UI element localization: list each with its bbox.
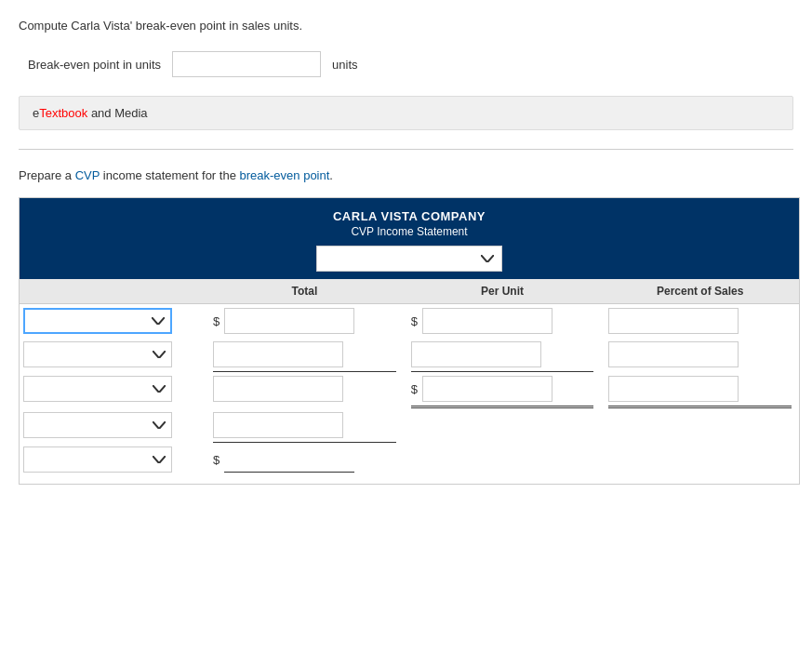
table-row-2 — [20, 338, 799, 371]
row-4-label[interactable] — [20, 412, 206, 438]
etextbook-text: eTextbook and Media — [33, 106, 148, 120]
row-2-total-cell — [206, 341, 404, 367]
row-1-percent-cell — [601, 308, 799, 334]
row-1-per-unit-dollar: $ — [411, 314, 420, 328]
cvp-table: CARLA VISTA COMPANY CVP Income Statement… — [19, 197, 800, 485]
row-3-dropdown[interactable] — [23, 376, 172, 402]
row-2-per-unit-cell — [404, 341, 602, 367]
column-headers: Total Per Unit Percent of Sales — [20, 279, 799, 304]
row-1-per-unit-cell: $ — [404, 308, 602, 334]
row-5-dropdown[interactable] — [23, 446, 172, 473]
textbook-red: Textbook — [39, 106, 87, 120]
row-1-dropdown[interactable] — [23, 308, 172, 334]
row-5-label[interactable] — [20, 446, 206, 473]
row-4-total-cell — [206, 412, 404, 438]
row-4-total-input[interactable] — [213, 412, 343, 438]
row-5-total-cell: $ — [206, 446, 404, 473]
section-divider — [19, 149, 793, 150]
col-header-label — [20, 285, 206, 298]
statement-name: CVP Income Statement — [27, 225, 792, 238]
row-1-percent-input[interactable] — [608, 308, 739, 334]
instruction1: Compute Carla Vista' break-even point in… — [19, 19, 793, 33]
row-2-label[interactable] — [20, 341, 206, 367]
table-row-5: $ — [20, 443, 799, 476]
separator-3 — [20, 442, 799, 443]
row-1-total-input[interactable] — [224, 308, 354, 334]
col-header-per-unit: Per Unit — [404, 285, 602, 298]
header-dropdown-wrap[interactable] — [27, 246, 792, 272]
row-5-total-input[interactable] — [224, 446, 354, 473]
row-1-per-unit-input[interactable] — [422, 308, 552, 334]
row-2-dropdown[interactable] — [23, 341, 172, 367]
break-even-label: Break-even point in units — [28, 58, 161, 72]
row-1-total-cell: $ — [206, 308, 404, 334]
row-4-dropdown[interactable] — [23, 412, 172, 438]
row-3-per-unit-dollar: $ — [411, 382, 420, 396]
units-label: units — [332, 58, 357, 72]
table-row-4 — [20, 408, 799, 442]
table-row-1: $ $ — [20, 304, 799, 338]
company-name: CARLA VISTA COMPANY — [27, 209, 792, 223]
cvp-header: CARLA VISTA COMPANY CVP Income Statement — [20, 198, 799, 279]
col-header-percent: Percent of Sales — [601, 285, 799, 298]
row-3-percent-cell — [601, 376, 799, 402]
prepare-instruction: Prepare a CVP income statement for the b… — [19, 168, 793, 182]
row-3-total-input[interactable] — [213, 376, 343, 402]
break-even-input[interactable] — [172, 51, 321, 77]
col-header-total: Total — [206, 285, 404, 298]
row-2-per-unit-input[interactable] — [411, 341, 541, 367]
break-even-row: Break-even point in units units — [19, 51, 793, 77]
cvp-link: CVP — [75, 168, 100, 182]
break-even-link: break-even point — [240, 168, 330, 182]
row-3-per-unit-cell: $ — [404, 376, 602, 402]
row-3-total-cell — [206, 376, 404, 402]
row-2-percent-cell — [601, 341, 799, 367]
row-2-percent-input[interactable] — [608, 341, 739, 367]
header-dropdown[interactable] — [316, 246, 502, 272]
row-2-total-input[interactable] — [213, 341, 343, 367]
row-5-dollar: $ — [213, 453, 222, 467]
table-row-3: $ — [20, 372, 799, 406]
bottom-padding — [20, 476, 799, 484]
row-3-percent-input[interactable] — [608, 376, 739, 402]
row-1-label[interactable] — [20, 308, 206, 334]
row-3-label[interactable] — [20, 376, 206, 402]
etextbook-bar: eTextbook and Media — [19, 96, 793, 130]
row-1-dollar: $ — [213, 314, 222, 328]
row-3-per-unit-input[interactable] — [422, 376, 552, 402]
